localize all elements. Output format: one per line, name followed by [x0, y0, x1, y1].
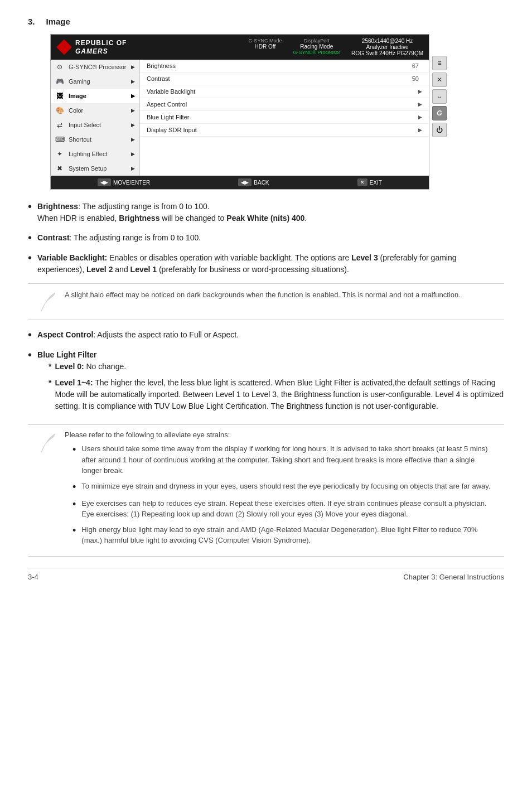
- sub-bullet-text: Users should take some time away from th…: [81, 443, 496, 476]
- note-box-1: A slight halo effect may be noticed on d…: [28, 283, 504, 320]
- ac-description: Aspect Control: Adjusts the aspect ratio…: [37, 329, 504, 341]
- sub-bullet-dot: •: [72, 498, 76, 511]
- osd-logo-line1: REPUBLIC OF: [75, 39, 127, 47]
- resolution-label: 2560x1440@240 Hz: [351, 38, 423, 44]
- aspect-control-label: Aspect Control: [147, 101, 418, 108]
- osd-btn-power[interactable]: ⏻: [432, 123, 447, 137]
- display-label: DisplayPort: [293, 38, 340, 44]
- sidebar-item-gsync[interactable]: ⊙ G-SYNC® Processor ▶: [51, 60, 139, 74]
- section-title: Image: [46, 17, 70, 26]
- contrast-value: 50: [412, 75, 419, 82]
- sidebar-item-system[interactable]: ✖ System Setup ▶: [51, 161, 139, 176]
- menu-item-brightness[interactable]: Brightness 67: [140, 60, 429, 73]
- back-label: BACK: [254, 180, 269, 186]
- menu-item-contrast[interactable]: Contrast 50: [140, 73, 429, 85]
- sub-bullet-item: •Eye exercises can help to reduces eye s…: [72, 498, 496, 520]
- variable-backlight-label: Variable Backlight: [147, 88, 418, 95]
- vb-level1: Level 1: [130, 265, 157, 274]
- sidebar-item-color[interactable]: 🎨 Color ▶: [51, 103, 139, 118]
- sidebar-item-input-select[interactable]: ⇄ Input Select ▶: [51, 118, 139, 132]
- menu-item-blue-light[interactable]: Blue Light Filter ▶: [140, 111, 429, 124]
- bullet-contrast: • Contrast: The adjusting range is from …: [28, 232, 504, 244]
- note-text-1: A slight halo effect may be noticed on d…: [65, 289, 461, 301]
- osd-btn-g[interactable]: G: [432, 106, 447, 120]
- osd-body: ⊙ G-SYNC® Processor ▶ 🎮 Gaming ▶ 🖼 Image…: [51, 60, 429, 176]
- osd-btn-menu[interactable]: ≡: [432, 56, 447, 70]
- footer-back: ◀▶ BACK: [238, 178, 269, 186]
- gsync-icon: ⊙: [55, 62, 64, 71]
- sidebar-label-system: System Setup: [69, 165, 107, 172]
- contrast-label: Contrast: [147, 75, 412, 82]
- bullet-variable-backlight: • Variable Backlight: Enables or disable…: [28, 252, 504, 276]
- bullet-dot-brightness: •: [28, 200, 32, 213]
- osd-btn-close[interactable]: ✕: [432, 73, 447, 87]
- contrast-description: Contrast: The adjusting range is from 0 …: [37, 232, 504, 244]
- rog-model-label: ROG Swift 240Hz PG279QM: [351, 50, 423, 56]
- sub-bullet-text: To minimize eye strain and dryness in yo…: [81, 481, 490, 492]
- level-0-star: *: [49, 361, 51, 373]
- sidebar-label-gsync: G-SYNC® Processor: [69, 64, 126, 70]
- menu-item-display-sdr[interactable]: Display SDR Input ▶: [140, 124, 429, 137]
- sub-bullet-item: •Users should take some time away from t…: [72, 443, 496, 476]
- sidebar-label-shortcut: Shortcut: [69, 136, 91, 143]
- blue-light-arrow: ▶: [418, 114, 422, 120]
- bullet-dot-contrast: •: [28, 231, 32, 244]
- analyzer-label: Analyzer Inactive: [351, 44, 423, 50]
- input-select-icon: ⇄: [55, 120, 64, 129]
- color-icon: 🎨: [55, 106, 64, 115]
- footer-exit: ✕ EXIT: [357, 178, 382, 186]
- vb-text4: (preferably for business or word-process…: [157, 265, 349, 274]
- menu-item-aspect-control[interactable]: Aspect Control ▶: [140, 98, 429, 111]
- vb-description: Variable Backlight: Enables or disables …: [37, 252, 504, 276]
- footer-move-enter: ◀▶ MOVE/ENTER: [98, 178, 150, 186]
- bullet-dot-ac: •: [28, 328, 32, 341]
- note-icon-2: [36, 431, 58, 455]
- display-sdr-arrow: ▶: [418, 127, 422, 133]
- image-icon: 🖼: [55, 91, 64, 100]
- ac-text: : Adjusts the aspect ratio to Full or As…: [93, 330, 239, 339]
- move-enter-icon: ◀▶: [98, 178, 111, 186]
- note-box-2: Please refer to the following to allevia…: [28, 424, 504, 557]
- brightness-text2: When HDR is enabled,: [37, 214, 119, 223]
- osd-sidebar: ⊙ G-SYNC® Processor ▶ 🎮 Gaming ▶ 🖼 Image…: [51, 60, 140, 176]
- level-1-4-item: * Level 1~4: The higher the level, the l…: [49, 377, 504, 412]
- section-number: 3.: [28, 17, 35, 26]
- bullet-dot-vb: •: [28, 251, 32, 264]
- sidebar-item-shortcut[interactable]: ⌨ Shortcut ▶: [51, 132, 139, 147]
- bullet-dot-bl: •: [28, 348, 32, 361]
- sidebar-item-lighting[interactable]: ✦ Lighting Effect ▶: [51, 147, 139, 161]
- sidebar-item-image[interactable]: 🖼 Image ▶: [51, 89, 139, 103]
- bl-description: Blue Light Filter * Level 0: No change. …: [37, 349, 504, 417]
- osd-main-menu: Brightness 67 Contrast 50 Variable Backl…: [140, 60, 429, 176]
- note-2-content: Please refer to the following to allevia…: [65, 431, 496, 550]
- vb-level3: Level 3: [351, 253, 378, 262]
- rog-logo-icon: [56, 40, 72, 55]
- brightness-description: Brightness: The adjusting range is from …: [37, 201, 504, 224]
- sidebar-item-gaming[interactable]: 🎮 Gaming ▶: [51, 74, 139, 89]
- sub-bullet-text: High energy blue light may lead to eye s…: [81, 524, 496, 546]
- vb-text3: and: [113, 265, 130, 274]
- level-0-text: Level 0: No change.: [55, 361, 126, 373]
- menu-item-variable-backlight[interactable]: Variable Backlight ▶: [140, 85, 429, 98]
- note-icon-1: [36, 289, 58, 314]
- variable-backlight-arrow: ▶: [418, 89, 422, 94]
- display-sdr-label: Display SDR Input: [147, 127, 418, 133]
- exit-icon: ✕: [357, 178, 367, 186]
- osd-logo-line2: GAMERS: [75, 47, 127, 55]
- sub-bullet-dot: •: [72, 481, 76, 494]
- osd-header: REPUBLIC OF GAMERS G-SYNC Mode HDR Off D…: [51, 35, 429, 60]
- contrast-text: : The adjusting range is from 0 to 100.: [70, 233, 201, 242]
- vb-text1: Enables or disables operation with varia…: [107, 253, 351, 262]
- vb-level2: Level 2: [86, 265, 113, 274]
- osd-right-buttons: ≡ ✕ ↔ G ⏻: [432, 56, 447, 137]
- gsync-mode-value: HDR Off: [248, 44, 282, 50]
- vb-term: Variable Backlight:: [37, 253, 107, 262]
- sidebar-label-color: Color: [69, 107, 83, 114]
- sub-bullet-item: •To minimize eye strain and dryness in y…: [72, 481, 496, 494]
- level-0-item: * Level 0: No change.: [49, 361, 504, 373]
- brightness-text3: will be changed to: [159, 214, 226, 223]
- osd-btn-swap[interactable]: ↔: [432, 89, 447, 104]
- aspect-control-arrow: ▶: [418, 102, 422, 107]
- brightness-bold2: Peak White (nits) 400: [226, 214, 304, 223]
- blue-light-label: Blue Light Filter: [147, 114, 418, 120]
